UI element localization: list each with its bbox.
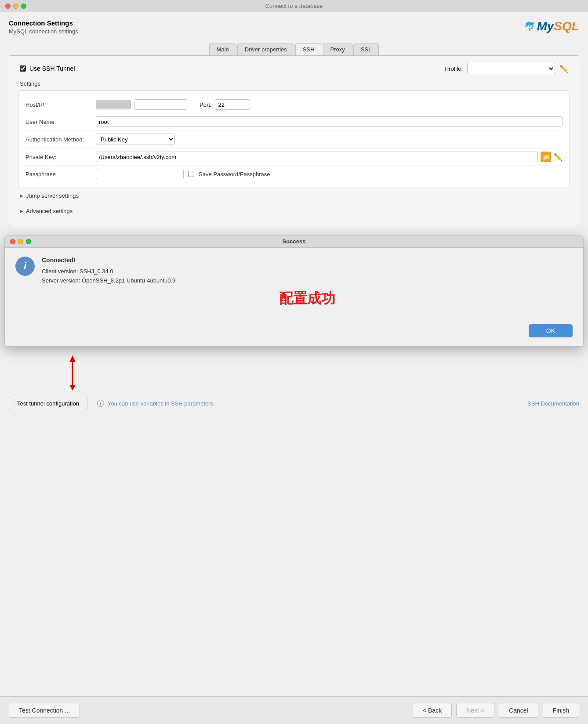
window-title: Connect to a database: [265, 3, 323, 9]
bottom-action-area: Test tunnel configuration i You can use …: [0, 391, 588, 416]
private-key-controls: 📁 ✏️: [96, 152, 563, 162]
dialog-window-controls: [10, 239, 31, 244]
use-ssh-label: Use SSH Tunnel: [29, 65, 75, 72]
passphrase-input[interactable]: [96, 169, 184, 179]
dialog-content: i Connected! Client version: SSHJ_0.34.0…: [5, 248, 583, 321]
annotation-arrows: [9, 355, 141, 391]
server-version-text: Server version: OpenSSH_8.2p1 Ubuntu-4ub…: [42, 276, 573, 286]
host-row: Host/IP: Port:: [25, 96, 563, 113]
back-button[interactable]: < Back: [413, 703, 452, 718]
edit-key-icon[interactable]: ✏️: [554, 153, 563, 161]
dialog-title: Success: [283, 238, 306, 245]
private-key-label: Private Key:: [25, 154, 96, 160]
ssh-left: Use SSH Tunnel: [20, 65, 75, 72]
tab-driver-properties[interactable]: Driver properties: [237, 43, 294, 55]
jump-server-label: Jump server settings: [26, 192, 79, 199]
dialog-overlay: Success i Connected! Client version: SSH…: [4, 235, 584, 347]
profile-select[interactable]: [467, 63, 555, 74]
variables-link[interactable]: You can use variables in SSH parameters.: [108, 400, 215, 407]
port-input[interactable]: [215, 99, 250, 110]
client-version-text: Client version: SSHJ_0.34.0: [42, 267, 573, 276]
browse-file-button[interactable]: 📁: [541, 152, 551, 162]
username-controls: [96, 116, 563, 127]
settings-form: Host/IP: Port: User Name: Authentication…: [18, 90, 570, 188]
maximize-button[interactable]: [21, 4, 26, 9]
advanced-settings-section[interactable]: ▶ Advanced settings: [18, 203, 570, 219]
auth-method-row: Authentication Method: Password Public K…: [25, 130, 563, 148]
passphrase-row: Passphrase Save Password/Passphrase: [25, 166, 563, 182]
header: Connection Settings MySQL connection set…: [0, 12, 588, 39]
finish-button[interactable]: Finish: [543, 703, 579, 718]
private-key-input[interactable]: [96, 152, 538, 162]
svg-marker-1: [69, 355, 76, 362]
cancel-button[interactable]: Cancel: [499, 703, 538, 718]
tab-main[interactable]: Main: [209, 43, 236, 55]
save-password-label: Save Password/Passphrase: [199, 171, 270, 177]
next-button[interactable]: Next >: [456, 703, 494, 718]
tab-ssh[interactable]: SSH: [295, 43, 322, 55]
profile-label: Profile:: [445, 65, 463, 72]
auth-method-controls: Password Public Key Agent: [96, 134, 563, 145]
mysql-logo: 🐬 MySQL: [524, 19, 579, 33]
dialog-footer: OK: [5, 321, 583, 346]
info-icon: i: [15, 257, 35, 276]
tabs-container: Main Driver properties SSH Proxy SSL: [0, 39, 588, 55]
port-label: Port:: [200, 101, 211, 108]
tab-proxy[interactable]: Proxy: [323, 43, 352, 55]
dialog-close-button[interactable]: [10, 239, 15, 244]
use-ssh-checkbox[interactable]: [20, 65, 26, 72]
save-password-checkbox[interactable]: [188, 171, 194, 177]
username-label: User Name:: [25, 119, 96, 125]
ssh-right: Profile: ✏️: [445, 63, 568, 74]
connected-label: Connected!: [42, 257, 573, 264]
test-connection-button[interactable]: Test Connection ...: [9, 703, 80, 718]
header-left: Connection Settings MySQL connection set…: [9, 19, 78, 35]
settings-section-label: Settings: [18, 80, 570, 87]
tab-ssl[interactable]: SSL: [353, 43, 379, 55]
username-row: User Name:: [25, 113, 563, 130]
test-tunnel-button[interactable]: Test tunnel configuration: [9, 397, 87, 410]
success-dialog: Success i Connected! Client version: SSH…: [4, 235, 584, 347]
dialog-minimize-button[interactable]: [18, 239, 23, 244]
window-controls: [5, 4, 26, 9]
host-input[interactable]: [134, 99, 187, 110]
auth-method-select[interactable]: Password Public Key Agent: [96, 134, 175, 145]
advanced-settings-arrow: ▶: [20, 209, 23, 214]
ok-button[interactable]: OK: [529, 324, 573, 337]
ssh-documentation-link[interactable]: SSH Documentation: [527, 400, 579, 407]
minimize-button[interactable]: [13, 4, 18, 9]
host-controls: Port:: [96, 99, 563, 110]
footer-bar: Test Connection ... < Back Next > Cancel…: [0, 696, 588, 724]
dialog-text-area: Connected! Client version: SSHJ_0.34.0 S…: [42, 257, 573, 312]
mysql-logo-text: MySQL: [537, 19, 579, 33]
dialog-title-bar: Success: [5, 235, 583, 248]
passphrase-controls: Save Password/Passphrase: [96, 169, 563, 179]
connection-settings-title: Connection Settings: [9, 19, 78, 27]
main-window: Connection Settings MySQL connection set…: [0, 12, 588, 696]
ssh-header-row: Use SSH Tunnel Profile: ✏️: [18, 63, 570, 74]
username-input[interactable]: [96, 116, 563, 127]
close-button[interactable]: [5, 4, 11, 9]
svg-marker-3: [69, 385, 76, 391]
connection-settings-subtitle: MySQL connection settings: [9, 28, 78, 35]
arrow-annotation-area: [9, 355, 579, 391]
advanced-settings-label: Advanced settings: [26, 208, 73, 214]
private-key-row: Private Key: 📁 ✏️: [25, 148, 563, 166]
settings-panel: Use SSH Tunnel Profile: ✏️ Settings Host…: [9, 55, 579, 226]
edit-profile-icon[interactable]: ✏️: [559, 65, 568, 73]
host-label: Host/IP:: [25, 101, 96, 108]
auth-method-label: Authentication Method:: [25, 136, 96, 143]
jump-server-section[interactable]: ▶ Jump server settings: [18, 188, 570, 203]
jump-server-arrow: ▶: [20, 193, 23, 198]
dolphin-icon: 🐬: [524, 21, 535, 32]
dialog-maximize-button[interactable]: [26, 239, 31, 244]
success-annotation: 配置成功: [42, 286, 573, 312]
info-link-area: i You can use variables in SSH parameter…: [97, 400, 215, 407]
info-circle-icon: i: [97, 400, 104, 407]
passphrase-label: Passphrase: [25, 171, 96, 177]
title-bar: Connect to a database: [0, 0, 588, 12]
host-masked: [96, 100, 131, 109]
